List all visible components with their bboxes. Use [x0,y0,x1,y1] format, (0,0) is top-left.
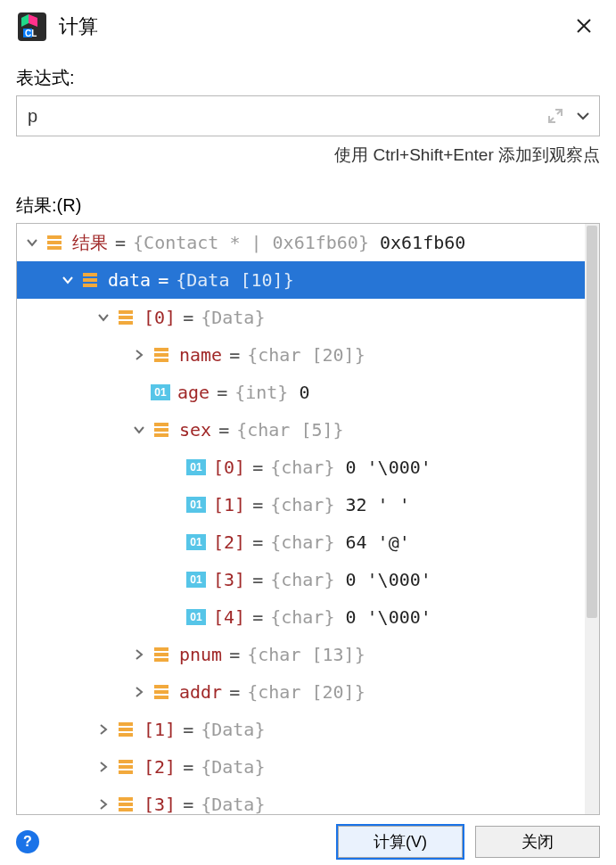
struct-icon [79,271,101,289]
node-name: [1] [144,721,176,738]
svg-rect-22 [154,696,168,699]
node-name: [4] [213,608,245,626]
svg-rect-17 [154,647,168,651]
tree-row-pnum[interactable]: pnum = {char [13]} [17,636,585,673]
tree-row-data0[interactable]: [0] = {Data} [17,299,585,336]
node-type: {char} [270,496,334,514]
expression-input[interactable] [26,105,547,128]
node-type: {Contact * | 0x61fb60} [133,234,369,251]
chevron-right-icon[interactable] [127,686,151,698]
node-type: {char [20]} [247,346,365,364]
node-name: [0] [144,309,176,326]
tree-row-data2[interactable]: [2] = {Data} [17,748,585,786]
svg-rect-20 [154,685,168,688]
node-type: {char} [270,533,334,551]
node-name: [1] [213,496,245,514]
svg-rect-2 [47,235,62,239]
svg-rect-24 [119,728,133,731]
tree-row-sex4[interactable]: 01 [4] = {char} 0 '\000' [17,598,585,636]
tree-row-addr[interactable]: addr = {char [20]} [17,673,585,711]
expression-field[interactable] [16,95,600,136]
results-panel: 结果 = {Contact * | 0x61fb60} 0x61fb60 dat… [16,223,600,815]
node-name: data [108,271,151,289]
struct-icon [151,683,172,701]
node-value: 0 '\000' [345,608,431,626]
node-name: name [179,346,222,364]
svg-rect-7 [83,284,97,287]
equals: = [183,758,193,776]
node-name: age [177,383,209,401]
tree-row-sex0[interactable]: 01 [0] = {char} 0 '\000' [17,449,585,486]
tree-row-sex2[interactable]: 01 [2] = {char} 64 '@' [17,523,585,561]
svg-rect-9 [119,316,133,319]
node-value: 0 [299,383,309,401]
svg-rect-4 [47,246,62,250]
svg-rect-26 [119,760,133,763]
svg-rect-19 [154,658,168,662]
close-button[interactable]: 关闭 [475,826,600,858]
chevron-down-icon[interactable] [576,109,590,123]
tree-row-sex1[interactable]: 01 [1] = {char} 32 ' ' [17,486,585,523]
chevron-down-icon[interactable] [92,311,115,324]
tree-row-name[interactable]: name = {char [20]} [17,336,585,374]
expand-icon[interactable] [547,108,563,124]
chevron-down-icon[interactable] [127,424,151,436]
node-type: {int} [234,383,288,401]
svg-rect-12 [154,353,168,357]
svg-rect-31 [119,808,133,811]
node-type: {char} [270,458,334,476]
svg-text:CL: CL [25,29,37,38]
svg-rect-13 [154,358,168,362]
node-type: {Data} [201,721,265,738]
primitive-icon: 01 [186,609,206,625]
chevron-right-icon[interactable] [127,648,151,661]
equals: = [252,496,263,514]
scrollbar[interactable] [585,224,599,814]
svg-rect-15 [154,428,168,432]
svg-rect-8 [119,310,133,314]
svg-rect-21 [154,690,168,694]
chevron-right-icon[interactable] [92,723,115,736]
node-type: {char} [270,571,334,589]
chevron-right-icon[interactable] [92,761,115,773]
expression-label: 表达式: [16,66,600,90]
tree-row-root[interactable]: 结果 = {Contact * | 0x61fb60} 0x61fb60 [17,224,585,261]
node-name: [2] [213,533,245,551]
close-icon[interactable] [568,12,600,42]
tree-row-age[interactable]: 01 age = {int} 0 [17,374,585,411]
svg-rect-18 [154,653,168,656]
scrollbar-thumb[interactable] [587,226,597,618]
chevron-right-icon[interactable] [92,798,115,811]
struct-icon [151,646,172,663]
node-value: 0 '\000' [345,458,431,476]
svg-rect-30 [119,803,133,806]
tree-row-data1[interactable]: [1] = {Data} [17,711,585,748]
svg-rect-11 [154,348,168,351]
equals: = [229,346,240,364]
tree-row-sex[interactable]: sex = {char [5]} [17,411,585,449]
evaluate-button[interactable]: 计算(V) [338,826,463,858]
equals: = [183,795,193,813]
equals: = [229,683,240,701]
chevron-right-icon[interactable] [127,349,151,361]
node-type: {char} [270,608,334,626]
struct-icon [115,309,136,326]
primitive-icon: 01 [186,459,206,475]
node-name: [2] [144,758,176,776]
node-name: 结果 [72,234,108,251]
svg-rect-10 [119,321,133,325]
chevron-down-icon[interactable] [21,236,44,249]
results-tree[interactable]: 结果 = {Contact * | 0x61fb60} 0x61fb60 dat… [17,224,585,814]
primitive-icon: 01 [151,384,170,400]
tree-row-data[interactable]: data = {Data [10]} [17,261,585,299]
node-type: {Data} [201,795,265,813]
chevron-down-icon[interactable] [56,274,79,286]
tree-row-sex3[interactable]: 01 [3] = {char} 0 '\000' [17,561,585,598]
node-type: {char [20]} [247,683,365,701]
svg-rect-23 [119,722,133,726]
help-icon[interactable]: ? [16,830,39,853]
tree-row-data3[interactable]: [3] = {Data} [17,786,585,814]
node-name: [3] [213,571,245,589]
svg-rect-5 [83,273,97,276]
equals: = [252,533,263,551]
